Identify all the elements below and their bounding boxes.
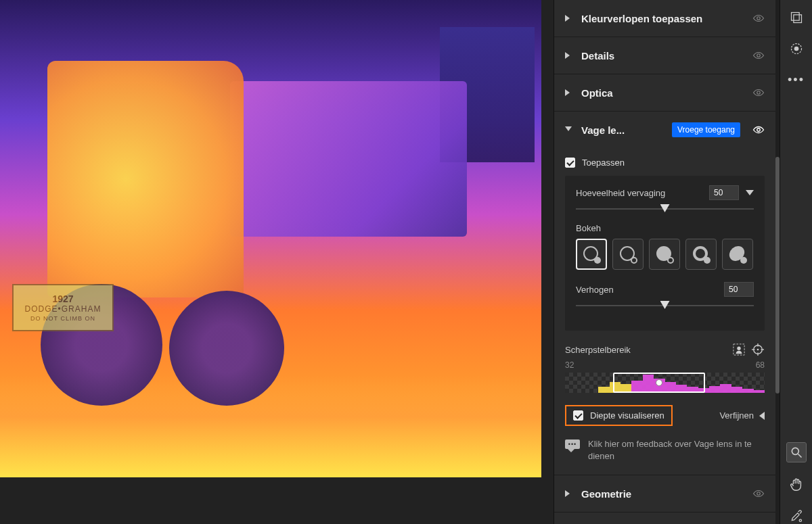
section-optics[interactable]: Optica — [554, 74, 775, 111]
bokeh-shape-5[interactable] — [722, 239, 753, 270]
chevron-right-icon — [565, 52, 572, 59]
depth-shape-truck-bed — [230, 81, 467, 237]
visualise-depth-highlight: Diepte visualiseren — [565, 405, 673, 426]
feedback-text: Klik hier om feedback over Vage lens in … — [588, 438, 765, 462]
visualise-depth-checkbox[interactable] — [573, 410, 583, 421]
section-optics-title: Optica — [581, 87, 747, 99]
svg-point-11 — [794, 47, 798, 51]
focus-range-pin[interactable] — [656, 379, 662, 386]
bokeh-shape-row — [576, 239, 754, 270]
section-details-title: Details — [581, 50, 747, 62]
bokeh-shape-3[interactable] — [649, 239, 680, 270]
blur-amount-value[interactable]: 50 — [709, 185, 739, 200]
section-lens-blur[interactable]: Vage le... Vroege toegang — [554, 112, 775, 148]
eye-icon[interactable] — [752, 490, 765, 498]
section-lens-blur-title: Vage le... — [581, 124, 672, 136]
focus-range-min: 32 — [565, 360, 574, 370]
vehicle-plate: 1927 DODGE•GRAHAM DO NOT CLIMB ON — [12, 284, 114, 331]
chevron-right-icon — [565, 490, 572, 497]
chevron-right-icon — [565, 15, 572, 22]
bokeh-shape-2[interactable] — [612, 239, 644, 270]
svg-line-13 — [798, 454, 801, 458]
panel-scrollbar[interactable] — [775, 0, 780, 524]
boost-value[interactable]: 50 — [724, 282, 754, 297]
eye-icon[interactable] — [752, 126, 765, 134]
hand-tool-icon[interactable] — [788, 477, 805, 493]
blur-amount-slider[interactable] — [576, 204, 754, 214]
editor-canvas[interactable]: 1927 DODGE•GRAHAM DO NOT CLIMB ON — [0, 0, 554, 524]
svg-point-1 — [737, 347, 740, 350]
select-subject-icon[interactable] — [732, 343, 746, 356]
plate-year: 1927 — [52, 293, 73, 304]
focus-range-label: Scherpstelbereik — [565, 345, 727, 355]
boost-label: Verhogen — [576, 285, 724, 295]
depth-preview[interactable]: 1927 DODGE•GRAHAM DO NOT CLIMB ON — [0, 0, 541, 477]
boost-slider[interactable] — [576, 301, 754, 310]
blur-amount-label: Hoeveelheid vervaging — [576, 188, 709, 198]
more-icon[interactable]: ••• — [788, 72, 805, 88]
chevron-right-icon — [565, 89, 572, 96]
bokeh-shape-1[interactable] — [576, 239, 607, 270]
bokeh-label: Bokeh — [576, 223, 754, 233]
depth-shape-truck-cab — [47, 61, 244, 297]
plate-brand: DODGE•GRAHAM — [25, 304, 102, 314]
section-geometry-title: Geometrie — [581, 488, 747, 500]
section-gradients[interactable]: Kleurverlopen toepassen — [554, 0, 775, 37]
focus-range-max: 68 — [756, 360, 765, 370]
early-access-badge: Vroege toegang — [672, 122, 740, 137]
eye-icon[interactable] — [752, 89, 765, 97]
visualise-depth-label: Diepte visualiseren — [590, 410, 664, 421]
svg-point-14 — [799, 519, 801, 521]
apply-checkbox[interactable] — [565, 158, 575, 168]
depth-shape-wheel-rear — [169, 291, 284, 406]
focus-target-icon[interactable] — [751, 343, 765, 356]
bokeh-shape-4[interactable] — [685, 239, 717, 270]
svg-rect-9 — [793, 15, 801, 23]
chevron-down-icon — [565, 126, 572, 133]
triangle-left-icon — [759, 412, 765, 420]
speech-bubble-icon — [565, 439, 580, 452]
zoom-tool-icon[interactable] — [787, 443, 806, 462]
eyedropper-tool-icon[interactable] — [788, 508, 805, 524]
triangle-down-icon[interactable] — [746, 190, 754, 195]
eye-icon[interactable] — [752, 14, 765, 22]
mask-icon[interactable] — [788, 41, 805, 57]
section-geometry[interactable]: Geometrie — [554, 475, 775, 512]
focus-range-strip[interactable] — [565, 373, 765, 393]
refine-button[interactable]: Verfijnen — [719, 410, 765, 421]
refine-label: Verfijnen — [719, 410, 754, 421]
scrollbar-thumb[interactable] — [775, 157, 780, 394]
plate-warning: DO NOT CLIMB ON — [30, 315, 95, 322]
lens-blur-controls: Hoeveelheid vervaging 50 Bokeh — [565, 176, 765, 331]
svg-point-7 — [757, 349, 759, 351]
layers-icon[interactable] — [788, 9, 805, 26]
section-details[interactable]: Details — [554, 37, 775, 74]
eye-icon[interactable] — [752, 51, 765, 59]
edit-panel: Kleurverlopen toepassen Details Optica — [554, 0, 780, 524]
apply-label: Toepassen — [582, 158, 625, 168]
tool-strip: ••• — [780, 0, 812, 524]
svg-point-12 — [792, 448, 798, 454]
lens-blur-body: Toepassen Hoeveelheid vervaging 50 — [554, 148, 775, 475]
feedback-link[interactable]: Klik hier om feedback over Vage lens in … — [565, 438, 765, 462]
section-gradients-title: Kleurverlopen toepassen — [581, 13, 747, 24]
svg-rect-8 — [791, 13, 799, 21]
